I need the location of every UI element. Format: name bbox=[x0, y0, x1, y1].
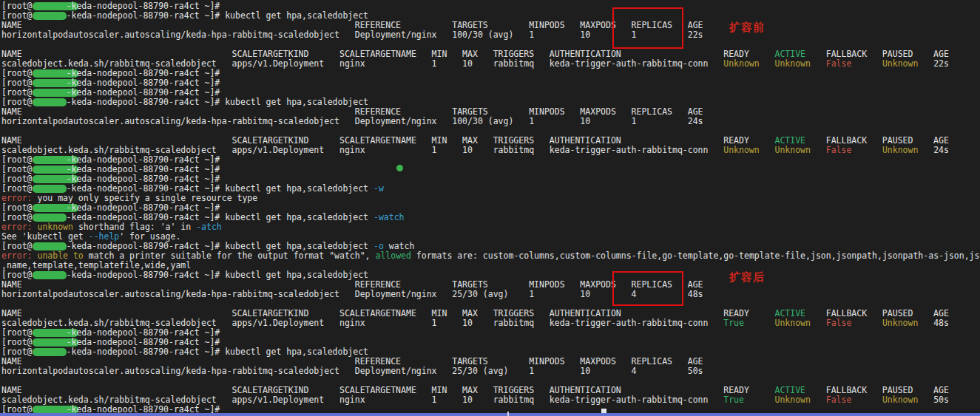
terminal-text: horizontalpodautoscaler.autoscaling/keda… bbox=[1, 116, 703, 126]
terminal-text: ' for usage. bbox=[119, 231, 180, 242]
terminal-text: NAME REFERENCE TARGETS MINPODS MAXPODS R… bbox=[1, 20, 703, 30]
terminal-text: -keda-nodepool-88790-ra4ct ~]# bbox=[67, 337, 226, 347]
terminal-text: [root@ bbox=[1, 87, 33, 98]
terminal-text: False bbox=[826, 318, 852, 328]
terminal-text: watch bbox=[384, 241, 415, 251]
bottom-scrollbar[interactable] bbox=[0, 413, 980, 416]
terminal-text bbox=[851, 58, 882, 69]
terminal-text: allowed bbox=[375, 250, 410, 261]
green-dot bbox=[396, 165, 403, 171]
terminal-text: -o bbox=[374, 241, 384, 251]
terminal-text: -keda-nodepool-88790-ra4ct ~]# bbox=[67, 164, 226, 174]
terminal-text: [root@ bbox=[1, 327, 33, 338]
terminal-text: -keda-nodepool-88790-ra4ct ~]# bbox=[67, 78, 226, 88]
terminal-text: Unknown bbox=[882, 395, 918, 405]
terminal-text: unable to bbox=[37, 250, 83, 261]
terminal-text: Unknown bbox=[723, 58, 759, 69]
terminal-text: Unknown bbox=[882, 318, 918, 328]
terminal-text: unknown bbox=[37, 222, 72, 232]
terminal-text: [root@ bbox=[1, 97, 33, 107]
terminal-text: 48s bbox=[933, 318, 949, 328]
terminal-text bbox=[851, 145, 882, 155]
redaction-blob bbox=[33, 185, 67, 193]
terminal-text: [root@ bbox=[1, 241, 33, 251]
terminal-text: -keda-nodepool-88790-ra4ct ~]# bbox=[67, 154, 226, 165]
terminal-line: horizontalpodautoscaler.autoscaling/keda… bbox=[1, 30, 979, 40]
terminal-text: [root@ bbox=[1, 183, 33, 194]
terminal-text: Unknown bbox=[882, 58, 918, 69]
terminal-text: NAME REFERENCE TARGETS MINPODS MAXPODS R… bbox=[1, 356, 703, 366]
terminal-text: [root@ bbox=[1, 174, 33, 184]
terminal-text: ACTIVE bbox=[774, 308, 805, 318]
terminal-text: 24s bbox=[933, 145, 949, 155]
terminal-text: scaledobject.keda.sh/rabbitmq-scaledobje… bbox=[1, 395, 723, 405]
terminal-screen[interactable]: [root@-keda-nodepool-88790-ra4ct ~]# [ro… bbox=[0, 0, 980, 416]
terminal-text: [root@ bbox=[1, 10, 33, 21]
terminal-text: -keda-nodepool-88790-ra4ct ~]# bbox=[67, 68, 226, 78]
terminal-text bbox=[811, 58, 826, 69]
terminal-text: NAME REFERENCE TARGETS MINPODS MAXPODS R… bbox=[1, 279, 703, 290]
terminal-text: kubectl get hpa,scaledobject bbox=[225, 97, 368, 107]
terminal-line: horizontalpodautoscaler.autoscaling/keda… bbox=[1, 290, 979, 299]
terminal-text: match a printer suitable for the output … bbox=[84, 250, 376, 261]
redaction-blob bbox=[33, 214, 67, 222]
terminal-text: kubectl get hpa,scaledobject bbox=[225, 183, 374, 194]
terminal-text: True bbox=[723, 395, 744, 405]
terminal-text bbox=[851, 318, 882, 328]
terminal-text bbox=[744, 395, 775, 405]
terminal-text: Unknown bbox=[774, 395, 810, 405]
redaction-blob bbox=[33, 242, 67, 250]
terminal-text: True bbox=[723, 318, 744, 328]
terminal-text: [root@ bbox=[1, 154, 33, 165]
terminal-text: -keda-nodepool-88790-ra4ct ~]# bbox=[67, 183, 226, 194]
terminal-text: FALLBACK PAUSED AGE bbox=[805, 135, 949, 146]
terminal-text: NAME SCALETARGETKIND SCALETARGETNAME MIN… bbox=[1, 49, 774, 59]
terminal-text: [root@ bbox=[1, 347, 33, 357]
terminal-text: ACTIVE bbox=[774, 49, 805, 59]
terminal-text: -keda-nodepool-88790-ra4ct ~]# bbox=[67, 241, 226, 251]
terminal-text: error: bbox=[1, 250, 33, 261]
terminal-text: horizontalpodautoscaler.autoscaling/keda… bbox=[1, 289, 703, 299]
terminal-text: -keda-nodepool-88790-ra4ct ~]# bbox=[67, 10, 226, 21]
terminal-text bbox=[918, 58, 933, 69]
terminal-text: ACTIVE bbox=[774, 135, 805, 146]
terminal-text: -watch bbox=[374, 212, 405, 222]
terminal-text: error: bbox=[1, 193, 33, 203]
highlight-box-before bbox=[612, 7, 683, 49]
terminal-line: horizontalpodautoscaler.autoscaling/keda… bbox=[1, 366, 979, 376]
terminal-text: --help bbox=[89, 231, 120, 242]
terminal-line: horizontalpodautoscaler.autoscaling/keda… bbox=[1, 117, 979, 126]
terminal-text bbox=[811, 395, 826, 405]
terminal-text: FALLBACK PAUSED AGE bbox=[805, 385, 949, 395]
terminal-text: [root@ bbox=[1, 212, 33, 222]
terminal-text: False bbox=[826, 395, 852, 405]
redaction-blob bbox=[33, 98, 67, 106]
terminal-text: formats are: custom-columns,custom-colum… bbox=[411, 250, 980, 261]
terminal-text: error: bbox=[1, 222, 33, 232]
terminal-text: horizontalpodautoscaler.autoscaling/keda… bbox=[1, 366, 703, 376]
terminal-text: -keda-nodepool-88790-ra4ct ~]# bbox=[67, 97, 226, 107]
terminal-text: kubectl get hpa,scaledobject bbox=[225, 10, 368, 21]
terminal-text: NAME SCALETARGETKIND SCALETARGETNAME MIN… bbox=[1, 308, 774, 318]
terminal-text: kubectl get hpa,scaledobject bbox=[225, 241, 374, 251]
terminal-text bbox=[851, 395, 882, 405]
terminal-text bbox=[760, 145, 775, 155]
annotation-label-before: 扩容前 bbox=[729, 21, 765, 35]
terminal-text: scaledobject.keda.sh/rabbitmq-scaledobje… bbox=[1, 58, 723, 69]
terminal-text bbox=[811, 145, 826, 155]
terminal-text: -atch bbox=[196, 222, 222, 232]
terminal-text: Unknown bbox=[774, 58, 810, 69]
terminal-text: -w bbox=[374, 183, 384, 194]
terminal-text: -keda-nodepool-88790-ra4ct ~]# bbox=[67, 1, 226, 11]
terminal-text: scaledobject.keda.sh/rabbitmq-scaledobje… bbox=[1, 145, 723, 155]
terminal-text: [root@ bbox=[1, 78, 33, 88]
terminal-text: False bbox=[826, 58, 852, 69]
terminal-text: Unknown bbox=[723, 145, 759, 155]
terminal-text: Unknown bbox=[882, 145, 918, 155]
terminal-text: Unknown bbox=[774, 145, 810, 155]
terminal-text: ACTIVE bbox=[774, 385, 805, 395]
terminal-text: shorthand flag: 'a' in bbox=[73, 222, 196, 232]
terminal-text bbox=[760, 58, 775, 69]
bottom-bar-tick bbox=[507, 412, 509, 416]
terminal-text bbox=[744, 318, 775, 328]
